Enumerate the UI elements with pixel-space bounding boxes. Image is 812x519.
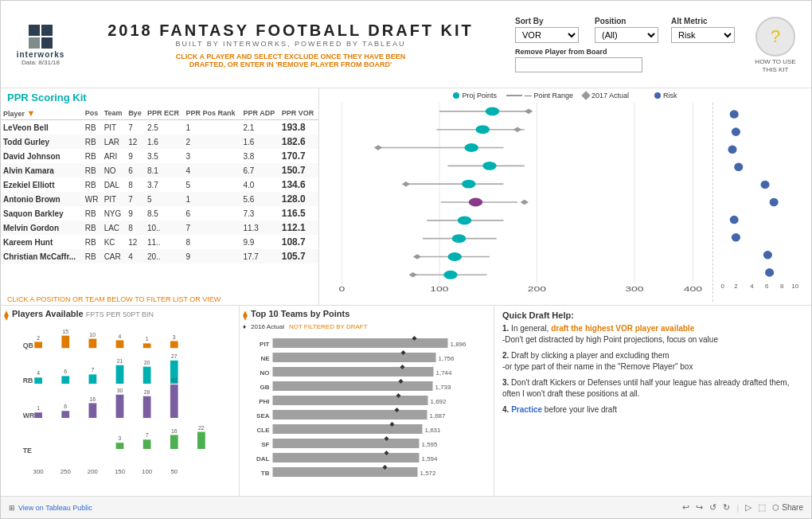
share-button[interactable]: ⬡ Share — [772, 503, 803, 512]
alt-metric-select[interactable]: Risk — [671, 27, 735, 43]
bottom-right: Quick Draft Help: 1. In general, draft t… — [494, 306, 811, 496]
player-rank: 1 — [184, 192, 241, 206]
svg-text:100: 100 — [430, 285, 449, 293]
svg-rect-71 — [61, 376, 69, 384]
player-ecr: 3.7 — [145, 178, 184, 192]
svg-text:6: 6 — [765, 283, 768, 291]
logo-sq-1 — [29, 25, 40, 36]
footer-left: ⊞ View on Tableau Public — [9, 504, 92, 512]
player-ecr: 8.5 — [145, 206, 184, 220]
col-pos: Pos — [83, 107, 102, 120]
logo-sq-4 — [41, 37, 53, 49]
svg-rect-97 — [170, 435, 178, 449]
player-name: Antonio Brown — [1, 192, 83, 206]
svg-rect-112 — [273, 353, 436, 362]
player-rank: 8 — [184, 235, 241, 249]
svg-rect-89 — [143, 396, 151, 418]
svg-rect-67 — [170, 341, 178, 348]
svg-marker-10 — [513, 127, 522, 132]
player-bye: 8 — [126, 178, 145, 192]
svg-text:16: 16 — [90, 396, 96, 402]
svg-text:1,594: 1,594 — [422, 455, 439, 462]
chart-legend: Proj Points — Point Range 2017 Actual Ri… — [322, 92, 808, 100]
instructions: CLICK A PLAYER AND SELECT EXCLUDE ONCE T… — [163, 53, 418, 68]
player-name: Alvin Kamara — [1, 163, 83, 178]
forward-icon[interactable]: ↻ — [723, 502, 730, 513]
svg-rect-85 — [89, 403, 97, 418]
tip-1-highlight: draft the highest VOR player available — [551, 324, 694, 333]
player-pos: RB — [83, 120, 102, 135]
player-name: Saquon Barkley — [1, 206, 83, 220]
svg-text:TB: TB — [261, 470, 270, 477]
player-adp: 7.3 — [240, 206, 279, 220]
table-row[interactable]: LeVeon Bell RB PIT 7 2.5 1 2.1 193.8 — [1, 120, 318, 135]
player-ecr: 2.5 — [145, 120, 184, 135]
svg-text:22: 22 — [198, 425, 205, 431]
download-icon[interactable]: ⬚ — [758, 502, 766, 513]
how-to-label: HOW TO USE THIS KIT — [748, 58, 803, 73]
remove-player-input[interactable] — [515, 57, 642, 72]
svg-rect-73 — [89, 374, 97, 384]
player-adp: 6.7 — [240, 163, 279, 178]
svg-text:0: 0 — [339, 285, 345, 293]
svg-text:PHI: PHI — [259, 398, 269, 405]
sort-by-select[interactable]: VOR — [515, 27, 579, 43]
svg-rect-59 — [61, 336, 69, 349]
col-adp: PPR ADP — [240, 107, 279, 120]
svg-point-40 — [734, 163, 743, 172]
svg-text:200: 200 — [528, 285, 547, 293]
table-row[interactable]: Alvin Kamara RB NO 6 8.1 4 6.7 150.7 — [1, 163, 318, 178]
svg-marker-7 — [525, 109, 533, 115]
table-row[interactable]: Ezekiel Elliott RB DAL 8 3.7 5 4.0 134.6 — [1, 178, 318, 192]
tip-1-num: 1. — [502, 324, 509, 333]
svg-text:8: 8 — [780, 283, 783, 291]
logo-area: interworks Data: 8/31/18 — [9, 25, 72, 66]
tip-4-highlight: Practice — [511, 405, 542, 414]
logo-box: interworks Data: 8/31/18 — [9, 25, 72, 66]
svg-text:2: 2 — [37, 335, 40, 341]
teams-legend: ♦ 2016 Actual NOT FILTERED BY DRAFT — [243, 323, 490, 330]
svg-rect-61 — [89, 339, 97, 349]
share-icon[interactable]: ▷ — [745, 502, 751, 513]
filter-link[interactable]: CLICK A POSITION OR TEAM BELOW TO FILTER… — [1, 294, 318, 305]
svg-marker-13 — [374, 145, 383, 150]
svg-rect-91 — [170, 384, 178, 418]
table-row[interactable]: Todd Gurley RB LAR 12 1.6 2 1.6 182.6 — [1, 135, 318, 149]
player-rank: 7 — [184, 220, 241, 235]
player-team: NO — [102, 163, 126, 178]
svg-text:1,692: 1,692 — [431, 398, 447, 405]
player-rank: 2 — [184, 135, 241, 149]
tip-2-num: 2. — [502, 351, 509, 360]
remove-player-section: Remove Player from Board — [515, 48, 658, 72]
table-row[interactable]: Melvin Gordon RB LAC 8 10.. 7 11.3 112.1 — [1, 220, 318, 235]
table-row[interactable]: Saquon Barkley RB NYG 9 8.5 6 7.3 116.5 — [1, 206, 318, 220]
svg-text:RB: RB — [23, 377, 33, 384]
tip-4: 4. Practice before your live draft — [502, 404, 803, 416]
table-row[interactable]: David Johnson RB ARI 9 3.5 3 3.8 170.7 — [1, 149, 318, 163]
point-range-line — [506, 95, 522, 96]
main-container: interworks Data: 8/31/18 2018 FANTASY FO… — [0, 0, 812, 519]
table-row[interactable]: Christian McCaffr... RB CAR 4 20.. 9 17.… — [1, 249, 318, 263]
svg-point-38 — [732, 127, 740, 136]
svg-text:4: 4 — [119, 334, 122, 339]
position-select[interactable]: (All) — [595, 27, 658, 43]
rewind-icon[interactable]: ↺ — [709, 502, 716, 513]
table-row[interactable]: Kareem Hunt RB KC 12 11.. 8 9.9 108.7 — [1, 235, 318, 249]
undo-icon[interactable]: ↩ — [682, 502, 689, 513]
svg-rect-108 — [273, 338, 448, 348]
svg-rect-116 — [273, 367, 434, 377]
svg-point-39 — [728, 145, 736, 154]
svg-text:1: 1 — [37, 405, 40, 411]
sort-by-label: Sort By — [515, 17, 579, 25]
left-panel: PPR Scoring Kit Player ▼ Pos Team Bye PP… — [1, 88, 319, 305]
help-icon-area[interactable]: ? HOW TO USE THIS KIT — [748, 17, 803, 73]
players-available-title: Players Available FPTS PER 50PT BIN — [12, 309, 154, 318]
player-ecr: 3.5 — [145, 149, 184, 163]
main-title: 2018 FANTASY FOOTBALL DRAFT KIT — [80, 21, 501, 40]
player-filter-icon[interactable]: ▼ — [27, 108, 36, 118]
svg-text:1,572: 1,572 — [420, 470, 437, 477]
tableau-link[interactable]: View on Tableau Public — [18, 504, 92, 512]
table-row[interactable]: Antonio Brown WR PIT 7 5 1 5.6 128.0 — [1, 192, 318, 206]
dot-chart-svg: 0 100 200 300 400 — [322, 103, 712, 302]
redo-icon[interactable]: ↪ — [696, 502, 703, 513]
